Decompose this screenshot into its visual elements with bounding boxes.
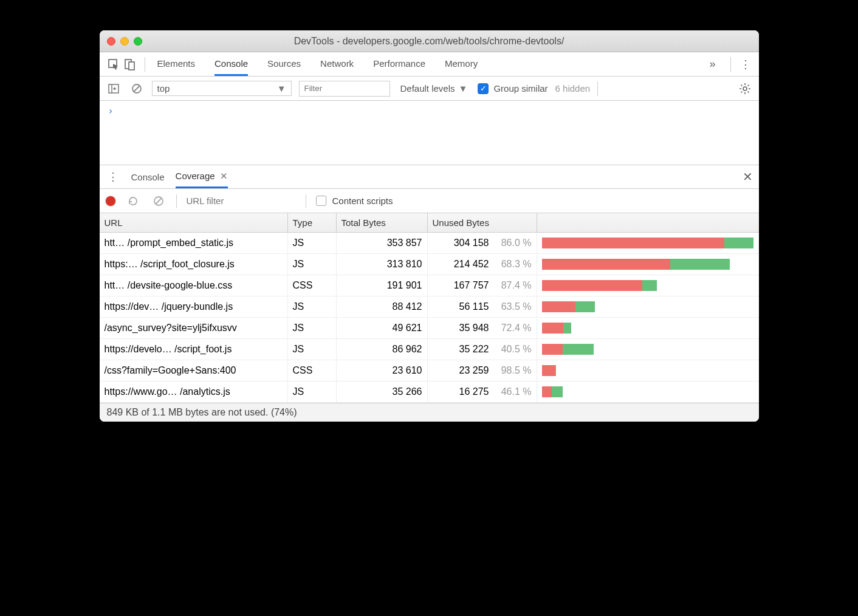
checkbox-checked-icon: ✓ (478, 83, 489, 94)
table-row[interactable]: htt… /prompt_embed_static.jsJS353 857304… (100, 233, 759, 254)
coverage-toolbar: Content scripts (100, 189, 759, 213)
cell-url: https:… /script_foot_closure.js (100, 254, 288, 275)
titlebar: DevTools - developers.google.com/web/too… (100, 30, 759, 52)
cell-type: JS (288, 339, 337, 360)
table-row[interactable]: /css?family=Google+Sans:400CSS23 61023 2… (100, 360, 759, 382)
cell-url: htt… /prompt_embed_static.js (100, 233, 288, 253)
content-scripts-toggle[interactable]: Content scripts (316, 196, 393, 206)
cell-unused: 35 22240.5 % (428, 339, 537, 360)
svg-rect-2 (129, 62, 134, 70)
tab-sources[interactable]: Sources (267, 53, 301, 76)
close-drawer-icon[interactable]: ✕ (743, 169, 753, 184)
cell-type: JS (288, 254, 337, 275)
table-row[interactable]: https://www.go… /analytics.jsJS35 26616 … (100, 382, 759, 403)
table-row[interactable]: https://develo… /script_foot.jsJS86 9623… (100, 339, 759, 360)
cell-bar (537, 382, 759, 402)
svg-line-9 (156, 198, 162, 204)
console-body[interactable]: › (100, 101, 759, 165)
more-tabs-button[interactable]: » (709, 58, 715, 70)
col-total[interactable]: Total Bytes (337, 213, 428, 232)
group-similar-toggle[interactable]: ✓ Group similar (478, 83, 547, 94)
divider (730, 57, 731, 72)
drawer-menu-icon[interactable]: ⋮ (106, 170, 120, 183)
cell-unused: 214 45268.3 % (428, 254, 537, 275)
console-settings-icon[interactable] (737, 81, 753, 97)
col-unused[interactable]: Unused Bytes (428, 213, 537, 232)
group-similar-label: Group similar (493, 83, 547, 94)
execution-context-select[interactable]: top ▼ (152, 81, 292, 96)
clear-coverage-icon[interactable] (151, 193, 166, 209)
cell-url: https://www.go… /analytics.js (100, 382, 288, 402)
cell-total: 49 621 (337, 318, 428, 338)
traffic-lights (107, 37, 142, 46)
table-row[interactable]: https:… /script_foot_closure.jsJS313 810… (100, 254, 759, 275)
cell-url: https://dev… /jquery-bundle.js (100, 296, 288, 317)
drawer-tab-label: Console (131, 172, 165, 182)
close-window-button[interactable] (107, 37, 115, 46)
record-button[interactable] (106, 196, 115, 206)
tab-network[interactable]: Network (320, 53, 354, 76)
cell-type: JS (288, 296, 337, 317)
clear-console-icon[interactable] (129, 81, 145, 97)
col-url[interactable]: URL (100, 213, 288, 232)
device-toolbar-icon[interactable] (122, 56, 137, 72)
settings-kebab-icon[interactable]: ⋮ (738, 58, 753, 71)
divider (597, 81, 598, 96)
console-prompt-icon: › (108, 106, 114, 117)
reload-icon[interactable] (125, 193, 141, 209)
cell-type: JS (288, 382, 337, 402)
cell-type: JS (288, 233, 337, 253)
cell-unused: 304 15886.0 % (428, 233, 537, 253)
table-row[interactable]: https://dev… /jquery-bundle.jsJS88 41256… (100, 296, 759, 318)
divider (176, 194, 177, 208)
cell-url: https://develo… /script_foot.js (100, 339, 288, 360)
url-filter-input[interactable] (187, 196, 296, 206)
window-title: DevTools - developers.google.com/web/too… (100, 36, 759, 47)
tab-performance[interactable]: Performance (373, 53, 425, 76)
divider (306, 194, 306, 208)
cell-total: 313 810 (337, 254, 428, 275)
cell-unused: 35 94872.4 % (428, 318, 537, 338)
zoom-window-button[interactable] (134, 37, 142, 46)
log-levels-select[interactable]: Default levels ▼ (397, 81, 471, 95)
col-type[interactable]: Type (288, 213, 337, 232)
svg-line-6 (134, 86, 140, 92)
tab-elements[interactable]: Elements (157, 53, 196, 76)
tab-console[interactable]: Console (214, 53, 248, 76)
cell-total: 191 901 (337, 275, 428, 296)
cell-bar (537, 254, 759, 275)
drawer-tab-coverage[interactable]: Coverage ✕ (176, 166, 228, 188)
show-console-sidebar-icon[interactable] (106, 81, 122, 97)
table-row[interactable]: /async_survey?site=ylj5ifxusvvJS49 62135… (100, 318, 759, 339)
cell-unused: 167 75787.4 % (428, 275, 537, 296)
table-row[interactable]: htt… /devsite-google-blue.cssCSS191 9011… (100, 275, 759, 296)
minimize-window-button[interactable] (120, 37, 129, 46)
cell-unused: 56 11563.5 % (428, 296, 537, 317)
cell-bar (537, 296, 759, 317)
cell-url: htt… /devsite-google-blue.css (100, 275, 288, 296)
hidden-messages-count[interactable]: 6 hidden (555, 83, 591, 94)
tab-memory[interactable]: Memory (445, 53, 478, 76)
col-bar (537, 213, 759, 232)
drawer-tab-label: Coverage (176, 171, 215, 181)
inspect-element-icon[interactable] (106, 56, 122, 72)
cell-bar (537, 360, 759, 381)
cell-total: 86 962 (337, 339, 428, 360)
coverage-status-bar: 849 KB of 1.1 MB bytes are not used. (74… (100, 403, 759, 422)
cell-unused: 23 25998.5 % (428, 360, 537, 381)
drawer-tabbar: ⋮ Console Coverage ✕ ✕ (100, 165, 759, 189)
cell-type: CSS (288, 275, 337, 296)
console-filter-input[interactable] (299, 81, 390, 97)
coverage-table-header: URL Type Total Bytes Unused Bytes (100, 213, 759, 233)
cell-bar (537, 275, 759, 296)
drawer-tab-console[interactable]: Console (131, 167, 165, 187)
cell-bar (537, 233, 759, 253)
close-tab-icon[interactable]: ✕ (220, 171, 228, 182)
cell-type: CSS (288, 360, 337, 381)
cell-bar (537, 318, 759, 338)
chevron-down-icon: ▼ (277, 83, 286, 94)
console-toolbar: top ▼ Default levels ▼ ✓ Group similar 6… (100, 77, 759, 101)
cell-unused: 16 27546.1 % (428, 382, 537, 402)
cell-total: 88 412 (337, 296, 428, 317)
main-tabs: Elements Console Sources Network Perform… (157, 53, 710, 76)
